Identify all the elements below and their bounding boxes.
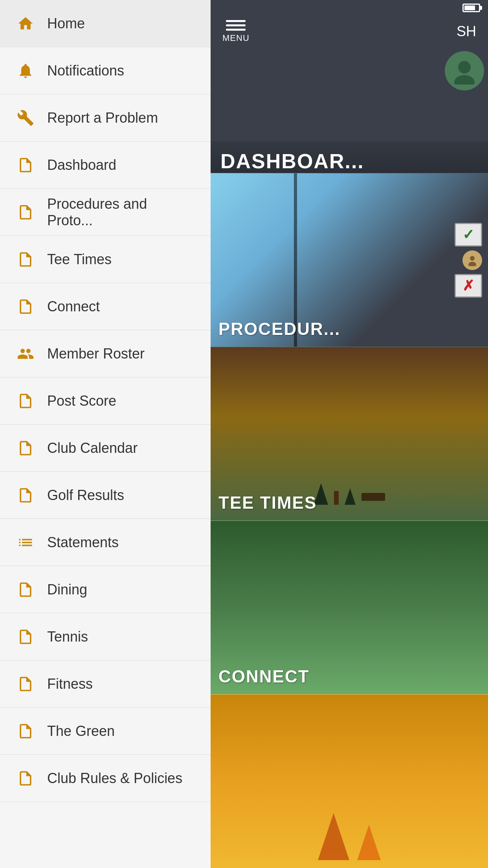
document-icon-post-score [16,391,35,411]
wrench-svg [17,109,34,127]
doc-svg-dashboard [17,156,34,174]
sidebar-item-label-dining: Dining [47,581,87,598]
sidebar-item-label-fitness: Fitness [47,676,93,692]
right-cards: ✓ ✗ PROCEDUR... TEE TIMES [211,173,488,868]
card-procedures[interactable]: ✓ ✗ PROCEDUR... [211,173,488,347]
person-group-icon [16,344,35,364]
sidebar-item-member-roster[interactable]: Member Roster [0,330,211,377]
svg-point-1 [454,75,475,85]
sidebar-item-notifications[interactable]: Notifications [0,47,211,94]
checkmark-icon: ✓ [462,226,474,243]
document-icon-the-green [16,721,35,741]
sidebar-item-label-notifications: Notifications [47,63,124,79]
doc-svg-fitness [17,675,34,693]
bell-svg [17,62,34,79]
doc-svg-dining [17,581,34,598]
home-icon [16,14,35,33]
sidebar-item-label-report: Report a Problem [47,110,158,126]
sidebar: Home Notifications Report a Problem Dash… [0,0,211,868]
tee-times-label: TEE TIMES [218,493,317,513]
document-icon-procedures [16,202,35,222]
sidebar-item-the-green[interactable]: The Green [0,708,211,755]
x-mark-icon: ✗ [462,278,474,294]
menu-button[interactable]: MENU [222,20,250,43]
document-icon-dashboard [16,155,35,175]
procedures-label: PROCEDUR... [218,319,340,339]
doc-svg-golf-results [17,487,34,504]
connect-label: CONNECT [218,667,310,686]
sidebar-item-golf-results[interactable]: Golf Results [0,472,211,519]
doc-svg-procedures [17,204,34,221]
sidebar-item-fitness[interactable]: Fitness [0,660,211,708]
document-icon-fitness [16,674,35,694]
document-icon-golf-results [16,485,35,505]
doc-svg-club-rules [17,770,34,787]
wrench-icon [16,108,35,128]
sidebar-item-tennis[interactable]: Tennis [0,613,211,660]
list-icon [16,533,35,552]
person-silhouette [466,254,478,266]
battery-icon [462,4,480,12]
sidebar-item-statements[interactable]: Statements [0,519,211,566]
list-svg [17,534,34,551]
document-icon-tee-times [16,250,35,269]
tree-small-icon [345,488,356,505]
sidebar-item-label-home: Home [47,15,85,32]
avatar [445,51,484,90]
card-connect[interactable]: CONNECT [211,520,488,694]
doc-svg-tee-times [17,251,34,268]
svg-point-3 [468,262,476,266]
document-icon-club-rules [16,769,35,788]
sidebar-item-label-club-calendar: Club Calendar [47,440,138,456]
sidebar-item-tee-times[interactable]: Tee Times [0,236,211,283]
svg-point-0 [458,61,471,74]
sidebar-item-procedures[interactable]: Procedures and Proto... [0,189,211,236]
document-icon-connect [16,297,35,316]
autumn-tree-icon [318,813,349,860]
fence-post [334,491,339,505]
bench-icon [361,493,385,501]
autumn-tree-2-icon [357,825,381,860]
svg-point-2 [470,256,475,261]
sh-text: SH [457,23,476,40]
checkbox-check-item: ✓ [455,223,482,246]
menu-label: MENU [222,33,250,43]
sidebar-item-connect[interactable]: Connect [0,283,211,330]
checkbox-x-item: ✗ [455,274,482,298]
bell-icon [16,61,35,81]
document-icon-dining [16,580,35,600]
document-icon-club-calendar [16,438,35,458]
sidebar-item-label-dashboard: Dashboard [47,157,116,173]
sidebar-item-home[interactable]: Home [0,0,211,47]
sidebar-item-label-club-rules: Club Rules & Policies [47,770,182,787]
hamburger-icon [226,20,246,31]
doc-svg-tennis [17,628,34,645]
doc-svg-post-score [17,392,34,410]
person-group-svg [17,345,34,362]
home-svg [17,15,34,32]
person-icon [462,250,482,270]
sidebar-item-dashboard[interactable]: Dashboard [0,142,211,189]
doc-svg-club-calendar [17,440,34,457]
sidebar-item-label-statements: Statements [47,534,119,551]
sidebar-item-label-procedures: Procedures and Proto... [47,196,195,229]
document-icon-tennis [16,627,35,647]
sidebar-item-label-tennis: Tennis [47,629,88,645]
doc-svg-the-green [17,723,34,740]
doc-svg-connect [17,298,34,315]
sidebar-item-label-connect: Connect [47,298,100,315]
sidebar-item-label-the-green: The Green [47,723,115,739]
status-bar [211,0,488,16]
sidebar-item-label-post-score: Post Score [47,393,116,409]
sidebar-item-club-calendar[interactable]: Club Calendar [0,425,211,472]
sidebar-item-report-problem[interactable]: Report a Problem [0,94,211,142]
sidebar-item-post-score[interactable]: Post Score [0,377,211,425]
avatar-icon [451,57,478,85]
sidebar-item-label-tee-times: Tee Times [47,251,112,268]
sidebar-item-label-member-roster: Member Roster [47,346,145,362]
card-tee-times[interactable]: TEE TIMES [211,347,488,520]
sidebar-item-club-rules[interactable]: Club Rules & Policies [0,755,211,802]
card-bottom[interactable] [211,694,488,868]
sidebar-item-dining[interactable]: Dining [0,566,211,613]
sidebar-item-label-golf-results: Golf Results [47,487,124,504]
